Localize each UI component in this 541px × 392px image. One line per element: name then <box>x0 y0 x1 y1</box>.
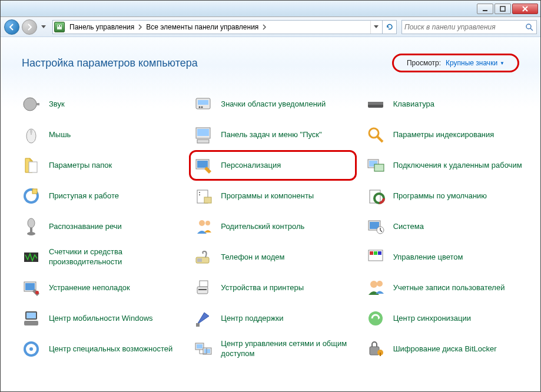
item-icon <box>21 338 42 360</box>
svg-rect-28 <box>32 189 37 194</box>
control-panel-item[interactable]: Параметры папок <box>17 150 184 181</box>
control-panel-item[interactable]: Счетчики и средства производительности <box>17 242 184 273</box>
control-panel-item[interactable]: Панель задач и меню "Пуск" <box>189 119 356 150</box>
maximize-button[interactable] <box>494 4 511 14</box>
item-icon <box>365 308 386 329</box>
item-icon <box>192 338 214 360</box>
svg-rect-4 <box>60 25 61 26</box>
item-label: Счетчики и средства производительности <box>49 247 181 267</box>
item-label: Программы по умолчанию <box>393 191 487 201</box>
control-panel-item[interactable]: Звук <box>17 89 184 119</box>
breadcrumb-sep-icon[interactable] <box>137 22 144 32</box>
item-icon <box>365 277 386 298</box>
address-bar[interactable]: Панель управления Все элементы панели уп… <box>52 20 383 34</box>
breadcrumb-seg2[interactable]: Все элементы панели управления <box>144 23 261 31</box>
svg-point-58 <box>377 281 383 287</box>
svg-rect-0 <box>483 10 487 11</box>
item-label: Управление цветом <box>393 253 463 263</box>
control-panel-item[interactable]: Родительский контроль <box>189 211 356 242</box>
search-icon[interactable] <box>525 22 534 32</box>
svg-point-19 <box>369 128 379 138</box>
svg-rect-56 <box>200 281 208 287</box>
control-panel-item[interactable]: Учетные записи пользователей <box>361 273 529 303</box>
control-panel-item[interactable]: Программы и компоненты <box>189 181 356 211</box>
control-panel-item[interactable]: Подключения к удаленным рабочим <box>361 150 529 181</box>
item-icon <box>21 155 42 176</box>
search-box[interactable] <box>401 20 537 34</box>
history-dropdown[interactable] <box>39 21 48 33</box>
close-button[interactable] <box>512 4 538 14</box>
control-panel-item[interactable]: Устройства и принтеры <box>189 273 356 303</box>
titlebar <box>1 1 540 17</box>
control-panel-item[interactable]: Значки области уведомлений <box>189 89 356 119</box>
item-label: Приступая к работе <box>49 191 119 201</box>
item-label: Центр мобильности Windows <box>49 314 153 324</box>
item-icon <box>365 185 386 207</box>
item-label: Центр поддержки <box>221 314 283 324</box>
item-icon <box>192 277 214 298</box>
breadcrumb-sep-icon[interactable] <box>261 22 268 32</box>
page-title: Настройка параметров компьютера <box>22 57 198 69</box>
control-panel-item[interactable]: Распознавание речи <box>17 211 184 242</box>
svg-rect-50 <box>378 251 381 255</box>
control-panel-item[interactable]: Приступая к работе <box>17 181 184 211</box>
item-icon <box>21 94 42 115</box>
search-input[interactable] <box>404 23 525 31</box>
back-button[interactable] <box>4 19 19 35</box>
item-label: Персонализация <box>221 161 281 171</box>
minimize-button[interactable] <box>477 4 493 14</box>
svg-rect-1 <box>500 6 505 11</box>
control-panel-item[interactable]: Персонализация <box>189 150 356 181</box>
control-panel-icon <box>54 22 65 32</box>
svg-point-63 <box>369 311 383 325</box>
item-icon <box>192 185 214 207</box>
control-panel-item[interactable]: Шифрование диска BitLocker <box>361 334 529 364</box>
item-icon <box>365 247 386 268</box>
svg-point-39 <box>199 220 205 226</box>
item-label: Параметры папок <box>49 161 112 171</box>
svg-rect-73 <box>380 353 381 356</box>
item-icon <box>365 338 386 360</box>
control-panel-item[interactable]: Параметры индексирования <box>361 119 529 150</box>
item-label: Телефон и модем <box>221 253 284 263</box>
view-label: Просмотр: <box>407 59 441 67</box>
control-panel-item[interactable]: Центр мобильности Windows <box>17 303 184 334</box>
control-panel-item[interactable]: Центр поддержки <box>189 303 356 334</box>
control-panel-item[interactable]: Телефон и модем <box>189 242 356 273</box>
item-icon <box>21 185 42 207</box>
navbar: Панель управления Все элементы панели уп… <box>1 17 540 37</box>
control-panel-item[interactable]: Центр управления сетями и общим доступом <box>189 334 356 364</box>
item-icon <box>365 155 386 176</box>
view-dropdown[interactable]: Крупные значки▼ <box>446 59 505 67</box>
control-panel-item[interactable]: Центр специальных возможностей <box>17 334 184 364</box>
view-value-text: Крупные значки <box>446 59 497 67</box>
svg-rect-68 <box>197 344 203 348</box>
item-label: Параметры индексирования <box>393 130 494 140</box>
svg-rect-60 <box>26 313 36 318</box>
item-label: Шифрование диска BitLocker <box>393 344 497 354</box>
control-panel-item[interactable]: Устранение неполадок <box>17 273 184 303</box>
address-dropdown[interactable] <box>370 21 381 34</box>
content-area: Настройка параметров компьютера Просмотр… <box>1 37 540 391</box>
control-panel-item[interactable]: Мышь <box>17 119 184 150</box>
breadcrumb-seg1[interactable]: Панель управления <box>67 23 137 31</box>
control-panel-item[interactable]: Центр синхронизации <box>361 303 529 334</box>
svg-rect-61 <box>24 321 38 325</box>
svg-rect-52 <box>25 283 35 290</box>
control-panel-item[interactable]: Программы по умолчанию <box>361 181 529 211</box>
item-icon <box>192 247 214 268</box>
control-panel-item[interactable]: Клавиатура <box>361 89 529 119</box>
svg-point-53 <box>35 291 39 294</box>
control-panel-item[interactable]: Управление цветом <box>361 242 529 273</box>
item-label: Устранение неполадок <box>49 283 130 293</box>
svg-rect-17 <box>197 129 209 136</box>
svg-rect-3 <box>58 25 59 26</box>
item-label: Мышь <box>49 130 71 140</box>
control-panel-item[interactable]: Система <box>361 211 529 242</box>
svg-rect-55 <box>198 289 207 290</box>
item-label: Программы и компоненты <box>221 191 314 201</box>
refresh-button[interactable] <box>383 20 397 34</box>
svg-rect-9 <box>198 100 208 105</box>
forward-button[interactable] <box>22 19 37 35</box>
item-icon <box>21 124 42 145</box>
